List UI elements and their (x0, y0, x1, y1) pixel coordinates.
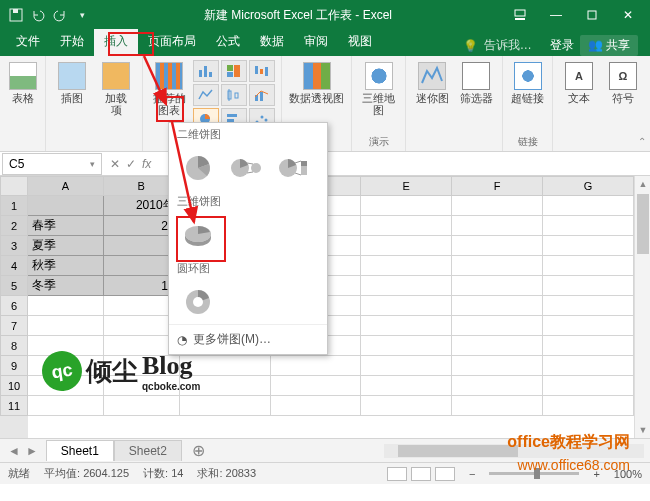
cell[interactable] (452, 196, 543, 216)
tab-view[interactable]: 视图 (338, 29, 382, 56)
select-all-corner[interactable] (0, 176, 28, 196)
combo-chart-button[interactable] (249, 84, 275, 106)
cell[interactable] (361, 256, 452, 276)
cell[interactable] (361, 396, 452, 416)
cell[interactable] (452, 356, 543, 376)
chevron-down-icon[interactable]: ▾ (90, 159, 95, 169)
filters-button[interactable]: 筛选器 (456, 60, 496, 106)
cell[interactable] (543, 236, 634, 256)
cell[interactable] (361, 236, 452, 256)
vertical-scrollbar[interactable]: ▲ ▼ (634, 176, 650, 438)
maximize-button[interactable] (576, 5, 608, 25)
cell-A1[interactable] (28, 196, 104, 216)
cell[interactable] (361, 276, 452, 296)
row-header-3[interactable]: 3 (0, 236, 28, 256)
cell[interactable] (271, 356, 362, 376)
line-chart-button[interactable] (193, 84, 219, 106)
cell[interactable] (361, 216, 452, 236)
cell[interactable] (361, 376, 452, 396)
tab-insert[interactable]: 插入 (94, 29, 138, 56)
cell[interactable] (28, 296, 104, 316)
normal-view-button[interactable] (387, 467, 407, 481)
sheet-tab-2[interactable]: Sheet2 (114, 440, 182, 461)
enter-formula-icon[interactable]: ✓ (126, 157, 136, 171)
recommended-charts-button[interactable]: 推荐的 图表 (149, 60, 189, 118)
tab-file[interactable]: 文件 (6, 29, 50, 56)
pie-3d-option[interactable] (177, 217, 219, 253)
row-header-2[interactable]: 2 (0, 216, 28, 236)
cell[interactable] (361, 316, 452, 336)
row-header-8[interactable]: 8 (0, 336, 28, 356)
column-chart-button[interactable] (193, 60, 219, 82)
cell-A2[interactable]: 春季 (28, 216, 104, 236)
cell[interactable] (543, 296, 634, 316)
grid[interactable]: A B C D E F G 2010年 春季26 夏季3 秋季2 冬季12 (28, 176, 634, 438)
row-header-11[interactable]: 11 (0, 396, 28, 416)
zoom-out-button[interactable]: − (469, 468, 475, 480)
scrollbar-thumb[interactable] (637, 194, 649, 254)
cell[interactable] (104, 396, 180, 416)
cell[interactable] (452, 316, 543, 336)
cell[interactable] (543, 376, 634, 396)
row-header-1[interactable]: 1 (0, 196, 28, 216)
cell-A5[interactable]: 冬季 (28, 276, 104, 296)
undo-icon[interactable] (30, 7, 46, 23)
cell[interactable] (271, 376, 362, 396)
name-box[interactable]: C5▾ (2, 153, 102, 175)
pie-of-pie-option[interactable] (225, 150, 267, 186)
cell[interactable] (452, 336, 543, 356)
cell[interactable] (543, 196, 634, 216)
more-pie-charts-option[interactable]: ◔更多饼图(M)… (169, 324, 327, 354)
collapse-ribbon-icon[interactable]: ⌃ (638, 136, 646, 147)
cell[interactable] (543, 316, 634, 336)
tab-layout[interactable]: 页面布局 (138, 29, 206, 56)
hyperlink-button[interactable]: 超链接 (508, 60, 548, 106)
minimize-button[interactable]: — (540, 5, 572, 25)
cell[interactable] (543, 356, 634, 376)
cell[interactable] (543, 276, 634, 296)
tell-me-input[interactable]: 告诉我… (484, 37, 532, 54)
page-break-view-button[interactable] (435, 467, 455, 481)
illustrations-button[interactable]: 插图 (52, 60, 92, 106)
ribbon-options-icon[interactable] (504, 5, 536, 25)
tables-button[interactable]: 表格 (3, 60, 43, 106)
cell-A4[interactable]: 秋季 (28, 256, 104, 276)
bar-of-pie-option[interactable] (273, 150, 315, 186)
cell[interactable] (452, 216, 543, 236)
tab-formulas[interactable]: 公式 (206, 29, 250, 56)
cell[interactable] (543, 256, 634, 276)
row-header-5[interactable]: 5 (0, 276, 28, 296)
cell[interactable] (452, 296, 543, 316)
scroll-up-icon[interactable]: ▲ (635, 176, 650, 192)
qat-customize-icon[interactable]: ▾ (74, 7, 90, 23)
cell[interactable] (361, 336, 452, 356)
cell[interactable] (543, 336, 634, 356)
fx-icon[interactable]: fx (142, 157, 151, 171)
share-button[interactable]: 👥 共享 (580, 35, 638, 56)
login-link[interactable]: 登录 (550, 37, 574, 54)
cell[interactable] (271, 396, 362, 416)
close-button[interactable]: ✕ (612, 5, 644, 25)
cell[interactable] (361, 196, 452, 216)
tab-review[interactable]: 审阅 (294, 29, 338, 56)
page-layout-view-button[interactable] (411, 467, 431, 481)
col-header-G[interactable]: G (543, 176, 634, 196)
row-header-6[interactable]: 6 (0, 296, 28, 316)
col-header-E[interactable]: E (361, 176, 452, 196)
scroll-down-icon[interactable]: ▼ (635, 422, 650, 438)
hierarchy-chart-button[interactable] (221, 60, 247, 82)
row-header-10[interactable]: 10 (0, 376, 28, 396)
statistic-chart-button[interactable] (221, 84, 247, 106)
cell-A3[interactable]: 夏季 (28, 236, 104, 256)
cell[interactable] (28, 316, 104, 336)
sheet-nav-prev-icon[interactable]: ◄ (8, 444, 20, 458)
sparklines-button[interactable]: 迷你图 (412, 60, 452, 106)
cell[interactable] (452, 376, 543, 396)
col-header-A[interactable]: A (28, 176, 104, 196)
cell[interactable] (452, 396, 543, 416)
sheet-nav-next-icon[interactable]: ► (26, 444, 38, 458)
cell[interactable] (361, 296, 452, 316)
save-icon[interactable] (8, 7, 24, 23)
sheet-nav[interactable]: ◄► (0, 444, 46, 458)
cell[interactable] (543, 216, 634, 236)
